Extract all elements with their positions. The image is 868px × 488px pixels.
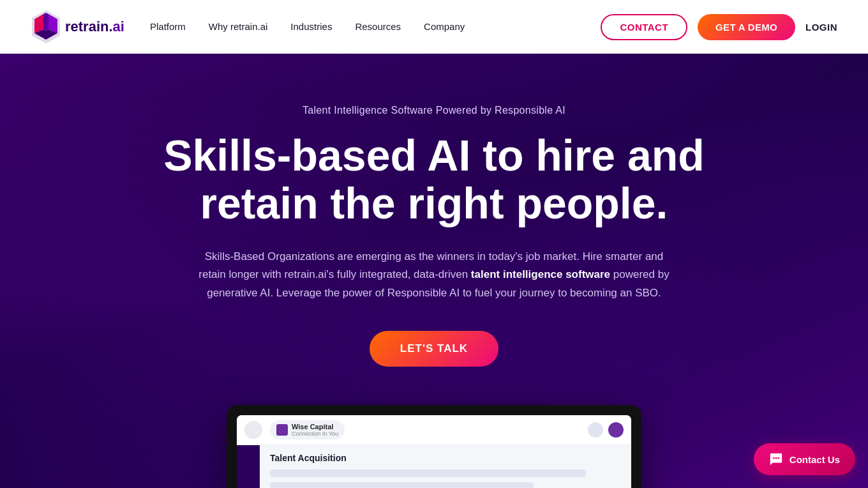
nav-item-resources[interactable]: Resources: [355, 21, 401, 33]
laptop-outer: Wise Capital Connection In You: [227, 405, 641, 488]
navbar-right: CONTACT GET A DEMO LOGIN: [601, 14, 837, 40]
svg-point-6: [775, 457, 777, 459]
contact-us-widget[interactable]: Contact Us: [754, 443, 855, 475]
contact-button[interactable]: CONTACT: [601, 14, 687, 40]
placeholder-row-2: [270, 482, 534, 488]
company-sub: Connection In You: [292, 431, 338, 437]
contact-widget-label: Contact Us: [789, 454, 840, 465]
company-name: Wise Capital: [292, 423, 338, 431]
logo[interactable]: retrain.ai: [31, 9, 124, 45]
company-info: Wise Capital Connection In You: [292, 423, 338, 437]
screen-nav-icon: [244, 421, 262, 439]
nav-item-platform[interactable]: Platform: [150, 21, 186, 33]
company-icon: [276, 424, 288, 436]
svg-point-5: [773, 457, 775, 459]
navbar-left: retrain.ai Platform Why retrain.ai Indus…: [31, 9, 465, 45]
screen-sidebar: [237, 445, 260, 488]
nav-links: Platform Why retrain.ai Industries Resou…: [150, 21, 465, 33]
logo-text: retrain.ai: [65, 19, 124, 35]
screen-placeholder-rows: [270, 469, 621, 488]
screen-main: Talent Acquisition: [260, 445, 631, 488]
screen-section-title: Talent Acquisition: [270, 453, 621, 463]
hero-title: Skills-based AI to hire and retain the r…: [147, 132, 721, 227]
hero-section: Talent Intelligence Software Powered by …: [0, 54, 868, 488]
screen-company-badge: Wise Capital Connection In You: [270, 420, 345, 439]
laptop-mockup: Wise Capital Connection In You: [227, 405, 641, 488]
screen-action-icon-2: [608, 422, 624, 438]
get-demo-button[interactable]: GET A DEMO: [698, 14, 795, 40]
navbar: retrain.ai Platform Why retrain.ai Indus…: [0, 0, 868, 54]
svg-point-7: [777, 457, 779, 459]
placeholder-row-1: [270, 469, 586, 477]
screen-icons-right: [588, 422, 624, 438]
lets-talk-button[interactable]: LET'S TALK: [370, 331, 498, 367]
hero-subtitle: Talent Intelligence Software Powered by …: [303, 105, 565, 116]
hero-desc-bold: talent intelligence software: [471, 268, 610, 280]
login-button[interactable]: LOGIN: [805, 22, 837, 33]
screen-content: Talent Acquisition: [237, 445, 631, 488]
logo-icon: [31, 9, 61, 45]
hero-description: Skills-Based Organizations are emerging …: [191, 248, 677, 303]
laptop-screen: Wise Capital Connection In You: [237, 415, 631, 488]
screen-topbar: Wise Capital Connection In You: [237, 415, 631, 445]
nav-item-industries[interactable]: Industries: [290, 21, 332, 33]
screen-inner: Wise Capital Connection In You: [237, 415, 631, 488]
chat-icon: [769, 452, 783, 466]
svg-marker-1: [43, 13, 49, 31]
nav-item-why[interactable]: Why retrain.ai: [209, 21, 268, 33]
screen-action-icon-1: [588, 422, 603, 438]
nav-item-company[interactable]: Company: [424, 21, 465, 33]
